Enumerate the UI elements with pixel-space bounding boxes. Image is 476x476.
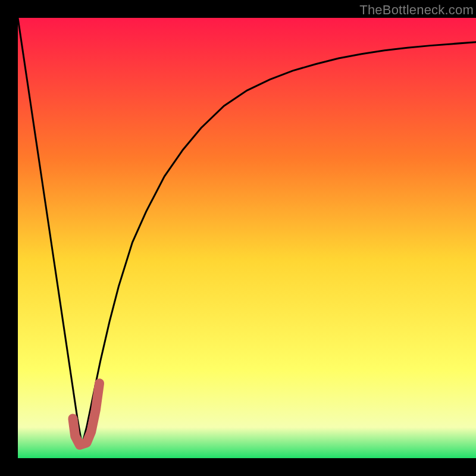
chart-frame: TheBottleneck.com [0, 0, 476, 476]
watermark-text: TheBottleneck.com [359, 2, 474, 18]
plot-background [18, 18, 476, 458]
bottleneck-plot [18, 18, 476, 458]
